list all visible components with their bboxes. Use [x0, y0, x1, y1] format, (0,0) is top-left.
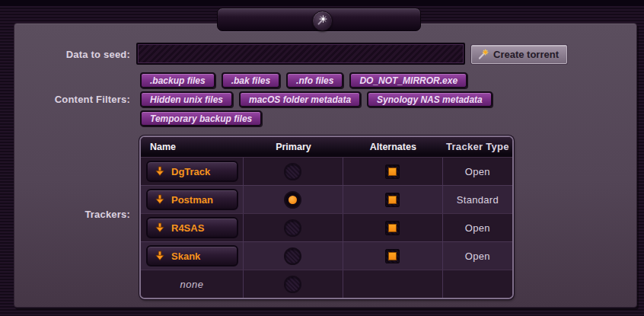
tracker-type-cell [443, 270, 512, 298]
filter-chip[interactable]: .backup files [140, 72, 215, 88]
wizard-tab-bar [217, 8, 421, 31]
tracker-alternates-cell [343, 270, 443, 298]
primary-radio[interactable] [284, 247, 301, 265]
tracker-primary-cell [244, 186, 343, 213]
trackers-label: Trackers: [14, 209, 130, 220]
tracker-name-button[interactable]: R4SAS [146, 217, 238, 238]
column-header-name: Name [141, 142, 244, 152]
tracker-name-cell: none [141, 270, 244, 298]
tracker-type-cell: Open [443, 158, 512, 185]
tracker-row: none [141, 270, 512, 298]
alternates-checkbox[interactable] [385, 164, 400, 179]
window-top-edge [0, 0, 644, 6]
tracker-name-label: Skank [171, 251, 200, 262]
tracker-type-label: Open [465, 166, 490, 177]
tracker-name-label: Postman [171, 194, 213, 206]
create-torrent-button-label: Create torrent [493, 49, 559, 60]
filter-chip[interactable]: Hidden unix files [140, 91, 233, 107]
column-header-alternates: Alternates [343, 142, 443, 152]
tracker-name-button[interactable]: Skank [146, 245, 238, 267]
tracker-alternates-cell [343, 186, 443, 213]
tracker-row: SkankOpen [141, 241, 512, 270]
download-arrow-icon [155, 166, 165, 177]
filter-chip-row: .backup files.bak files.nfo filesDO_NOT_… [140, 72, 493, 88]
tracker-primary-cell [244, 242, 343, 270]
tracker-name-button[interactable]: DgTrack [146, 161, 238, 182]
trackers-table-body: DgTrackOpenPostmanStandardR4SASOpenSkank… [141, 157, 512, 298]
tracker-name-cell: Skank [141, 242, 244, 270]
tracker-none-label: none [141, 279, 243, 290]
tracker-name-cell: Postman [141, 186, 244, 213]
tracker-name-cell: DgTrack [141, 158, 244, 185]
tracker-name-button[interactable]: Postman [146, 189, 238, 210]
tracker-row: DgTrackOpen [141, 157, 512, 185]
create-torrent-tab[interactable] [312, 11, 333, 31]
filter-chip-row: Temporary backup files [140, 110, 493, 126]
primary-radio[interactable] [284, 276, 301, 293]
alternates-checkbox[interactable] [385, 221, 400, 235]
data-to-seed-label: Data to seed: [14, 49, 130, 60]
column-header-primary: Primary [244, 142, 343, 152]
app-window: Data to seed: Create torrent Content Fil… [0, 0, 644, 316]
create-torrent-button[interactable]: Create torrent [471, 45, 567, 64]
column-header-tracker-type: Tracker Type [443, 141, 512, 152]
primary-radio[interactable] [284, 191, 301, 209]
primary-radio[interactable] [284, 163, 301, 180]
trackers-table-header: Name Primary Alternates Tracker Type [141, 137, 512, 157]
filter-chip[interactable]: macOS folder metadata [239, 91, 361, 107]
content-filters-label: Content Filters: [14, 94, 130, 105]
tracker-row: R4SASOpen [141, 213, 512, 241]
tracker-name-cell: R4SAS [141, 214, 244, 241]
trackers-table: Name Primary Alternates Tracker Type DgT… [139, 136, 514, 299]
filter-chip[interactable]: Synology NAS metadata [367, 91, 493, 107]
tracker-primary-cell [244, 270, 343, 298]
filter-chip[interactable]: Temporary backup files [140, 110, 262, 126]
tracker-row: PostmanStandard [141, 185, 512, 213]
content-filter-list: .backup files.bak files.nfo filesDO_NOT_… [140, 72, 493, 126]
create-torrent-panel: Data to seed: Create torrent Content Fil… [14, 23, 637, 308]
filter-chip-row: Hidden unix filesmacOS folder metadataSy… [140, 91, 493, 107]
tracker-type-cell: Open [443, 214, 512, 241]
magic-wand-icon [315, 14, 330, 28]
tracker-type-label: Open [465, 222, 490, 234]
tracker-primary-cell [244, 214, 343, 241]
magic-wand-icon [477, 49, 489, 61]
tracker-type-cell: Open [443, 242, 512, 270]
download-arrow-icon [155, 194, 165, 205]
tracker-alternates-cell [343, 242, 443, 270]
tracker-alternates-cell [343, 214, 443, 241]
alternates-checkbox[interactable] [385, 193, 400, 207]
tracker-name-label: R4SAS [171, 222, 204, 234]
alternates-checkbox[interactable] [385, 249, 400, 263]
download-arrow-icon [155, 251, 165, 261]
tracker-alternates-cell [343, 158, 443, 185]
tracker-type-label: Standard [457, 194, 499, 206]
filter-chip[interactable]: DO_NOT_MIRROR.exe [349, 72, 467, 88]
primary-radio[interactable] [284, 219, 301, 237]
data-to-seed-input[interactable] [136, 43, 465, 65]
filter-chip[interactable]: .nfo files [286, 72, 343, 88]
tracker-type-label: Open [465, 251, 490, 262]
tracker-primary-cell [244, 158, 343, 185]
filter-chip[interactable]: .bak files [222, 72, 280, 88]
download-arrow-icon [155, 222, 165, 233]
tracker-name-label: DgTrack [171, 166, 210, 177]
tracker-type-cell: Standard [443, 186, 512, 213]
